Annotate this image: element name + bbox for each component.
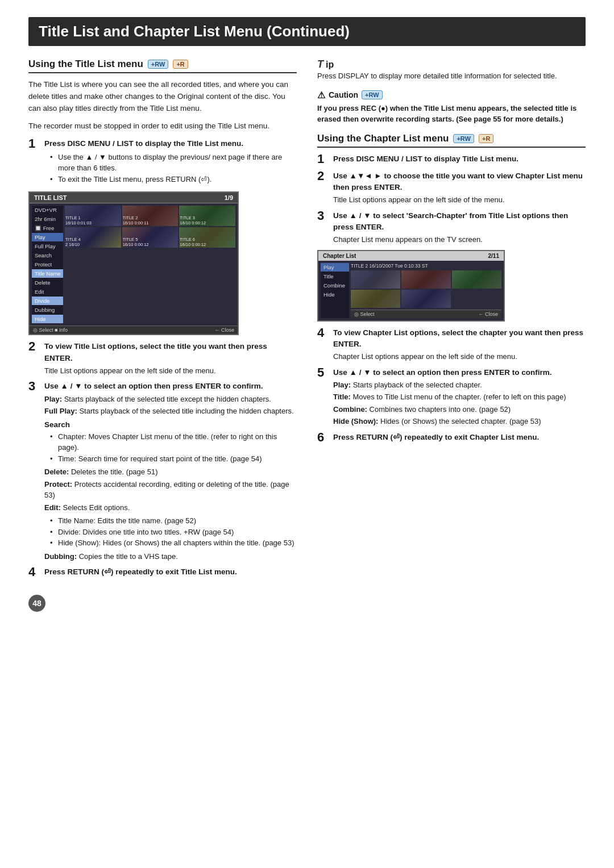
chapter-list-screen: Chapter List 2/11 Play Title Combine Hid… [317,250,505,322]
r-step-num-4: 4 [317,326,333,340]
chapter-header-right: 2/11 [488,253,499,259]
step-3-protect: Protect: Protects accidental recording, … [44,479,297,501]
caution-box: ⚠ Caution +RW If you press REC (●) when … [317,90,586,125]
ch-sidebar-play: Play [321,263,349,272]
search-bullet-1: Chapter: Moves Chapter List menu of the … [50,431,297,453]
step-1-bullets: Use the ▲ / ▼ buttons to display the pre… [44,152,297,185]
caution-label: Caution [329,90,358,99]
step-6-right: 6 Press RETURN (⏎) repeatedly to exit Ch… [317,432,586,444]
search-heading: Search [44,420,297,429]
chapter-header-left: Chapter List [323,253,356,259]
step-2-right: 2 Use ▲▼◄ ► to choose the title you want… [317,170,586,206]
r-step-5-title-opt: Title: Moves to Title List menu of the c… [333,391,586,403]
chapter-title-info: TITLE 2 16/10/2007 Tue 0:10:33 ST [351,263,501,269]
chapter-list-section-header: Using the Chapter List menu +RW +R [317,133,586,148]
r-step-2-detail: Title List options appear on the left si… [333,194,586,206]
step-4-left: 4 Press RETURN (⏎) repeatedly to exit Ti… [28,566,297,579]
step-3-content: Use ▲ / ▼ to select an option then press… [44,381,297,562]
r-step-5-hide: Hide (Show): Hides (or Shows) the select… [333,416,586,427]
caution-title: ⚠ Caution +RW [317,90,586,101]
step-3-title: Use ▲ / ▼ to select an option then press… [44,381,297,392]
sidebar-hide: Hide [32,315,63,323]
step-2-title: To view Title List options, select the t… [44,341,297,364]
step-3-edit: Edit: Selects Edit options. [44,502,297,514]
title-list-heading: Using the Title List menu [28,59,143,70]
chapter-list-heading: Using the Chapter List menu [317,133,449,144]
screen-header: TITLE LIST 1/9 [30,193,238,203]
sidebar-edit: Edit [32,287,63,296]
chapter-body: Play Title Combine Hide TITLE 2 16/10/20… [318,261,504,320]
screen-header-right: 1/9 [225,194,233,201]
search-bullet-2: Time: Search time for required start poi… [50,453,297,465]
r-step-num-3: 3 [317,209,333,223]
step-1-bullet-2: To exit the Title List menu, press RETUR… [50,174,297,185]
cthumb-3 [452,270,501,289]
step-2-detail: Title List options appear on the left si… [44,365,297,377]
tip-icon: T [317,59,323,70]
r-step-1-title: Press DISC MENU / LIST to display Title … [333,153,586,165]
cthumb-4 [351,290,400,308]
title-list-intro-1: The Title List is where you can see the … [28,79,297,115]
step-1-title: Press DISC MENU / LIST to display the Ti… [44,138,297,149]
play-label: Play: [44,395,62,403]
edit-text: Selects Edit options. [63,503,130,512]
tip-label: ip [326,60,334,70]
badge-rw-title: +RW [148,60,169,69]
dubbing-label: Dubbing: [44,552,77,561]
screen-body: DVD+VR 2hr 6min 🔲 Free Play Full Play Se… [30,203,238,326]
r-step-6-title: Press RETURN (⏎) repeatedly to exit Chap… [333,432,586,443]
r-step-3-detail: Chapter List menu appears on the TV scre… [333,234,586,245]
r-step-4-content: To view Chapter List options, select the… [333,327,586,362]
thumb-5: TITLE 516/10 0:00:12 [122,227,179,248]
step-2-left: 2 To view Title List options, select the… [28,341,297,376]
step-2-content: To view Title List options, select the t… [44,341,297,376]
protect-text: Protects accidental recording, editing o… [44,480,289,500]
cthumb-2 [401,270,451,289]
r-step-num-1: 1 [317,152,333,166]
chapter-header: Chapter List 2/11 [318,251,504,261]
page-number: 48 [28,595,45,612]
tip-box: T ip Press DISPLAY to display more detai… [317,59,586,82]
badge-r-title: +R [173,60,188,69]
r-hide-text: Hides (or Shows) the selected chapter. (… [380,417,541,425]
step-4-right: 4 To view Chapter List options, select t… [317,327,586,362]
step-num-2: 2 [28,340,44,353]
chapter-footer-left: ◎ Select [354,311,375,317]
r-play-text: Starts playback of the selected chapter. [353,381,482,389]
thumb-3: TITLE 316/10 0:00:12 [179,206,235,226]
sidebar-protect: Protect [32,260,63,269]
badge-r-chapter: +R [479,134,493,143]
r-hide-label: Hide (Show): [333,417,378,425]
r-step-num-5: 5 [317,366,333,379]
sidebar-info: DVD+VR [32,206,63,214]
page-title: Title List and Chapter List Menu (Contin… [28,17,586,46]
thumb-2: TITLE 216/10 0:00:11 [122,206,179,226]
step-1-bullet-1: Use the ▲ / ▼ buttons to display the pre… [50,152,297,174]
r-step-5-content: Use ▲ / ▼ to select an option then press… [333,367,586,427]
r-step-3-title: Use ▲ / ▼ to select 'Search-Chapter' fro… [333,210,586,233]
sidebar-divide: Divide [32,297,63,305]
r-step-5-title: Use ▲ / ▼ to select an option then press… [333,367,586,378]
chapter-thumbs [351,270,501,308]
screen-sidebar: DVD+VR 2hr 6min 🔲 Free Play Full Play Se… [32,206,63,323]
protect-label: Protect: [44,480,72,489]
sidebar-fullplay: Full Play [32,242,63,251]
sidebar-play: Play [32,233,63,241]
ch-sidebar-title: Title [321,272,349,281]
sidebar-free: 🔲 Free [32,224,63,232]
title-list-screen: TITLE LIST 1/9 DVD+VR 2hr 6min 🔲 Free Pl… [28,191,239,335]
r-title-text: Moves to Title List menu of the chapter.… [352,393,566,401]
r-step-4-title: To view Chapter List options, select the… [333,327,586,350]
edit-bullet-3: Hide (Show): Hides (or Shows) the all ch… [50,537,297,549]
delete-text: Deletes the title. (page 51) [71,468,157,476]
search-bullets: Chapter: Moves Chapter List menu of the … [44,431,297,465]
title-list-section-header: Using the Title List menu +RW +R [28,59,297,73]
screen-thumbs: TITLE 116/10 0:01:03 TITLE 216/10 0:00:1… [65,206,235,248]
badge-rw-chapter: +RW [453,134,474,143]
step-3-right: 3 Use ▲ / ▼ to select 'Search-Chapter' f… [317,210,586,245]
chapter-title-name: TITLE 2 [351,263,368,269]
cthumb-1 [351,270,400,289]
r-step-5-combine: Combine: Combines two chapters into one.… [333,404,586,415]
r-step-1-content: Press DISC MENU / LIST to display Title … [333,153,586,165]
chapter-main: TITLE 2 16/10/2007 Tue 0:10:33 ST ◎ Sele… [351,263,501,318]
